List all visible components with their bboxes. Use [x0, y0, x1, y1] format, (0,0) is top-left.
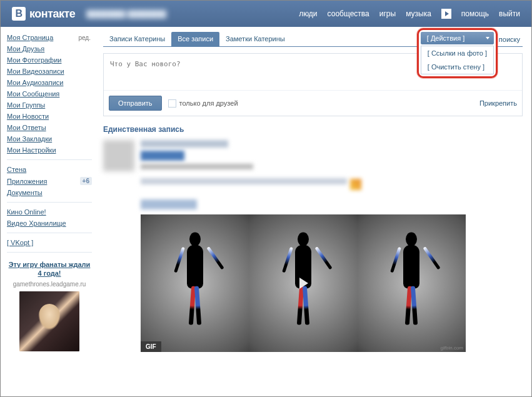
gif-attachment: GIF gifbin.com	[141, 199, 523, 352]
nav-communities[interactable]: сообщества	[328, 9, 369, 18]
header-username[interactable]: ████████ ████████	[86, 10, 166, 18]
actions-dropdown-wrap: [ Действия ] [ Ссылки на фото ] [ Очисти…	[417, 28, 498, 78]
gif-frame-2	[249, 214, 357, 352]
gif-caption	[141, 199, 197, 209]
nav-people[interactable]: люди	[299, 9, 317, 18]
sidebar-item-bookmarks[interactable]: Мои Закладки	[7, 135, 52, 143]
submit-button[interactable]: Отправить	[109, 96, 162, 111]
post-text	[141, 178, 347, 184]
post-badge	[141, 151, 184, 161]
post-author[interactable]	[141, 140, 228, 148]
friends-only-label: только для друзей	[179, 99, 238, 107]
ad-title: Эту игру фанаты ждали 4 года!	[8, 260, 91, 278]
ad-domain: gamethrones.leadgame.ru	[8, 281, 91, 288]
sidebar-item-photos[interactable]: Мои Фотографии	[7, 56, 61, 64]
sidebar-ad[interactable]: Эту игру фанаты ждали 4 года! gamethrone…	[7, 256, 92, 355]
play-overlay-icon	[294, 274, 312, 292]
dropdown-item-clear-wall[interactable]: [ Очистить стену ]	[421, 60, 493, 74]
highlight-box: [ Действия ] [ Ссылки на фото ] [ Очисти…	[417, 28, 498, 78]
play-icon[interactable]	[441, 9, 451, 19]
wall-section-title: Единственная запись	[103, 116, 523, 140]
sidebar-item-news[interactable]: Мои Новости	[7, 113, 49, 120]
sidebar-item-videostore[interactable]: Видео Хранилище	[7, 219, 66, 227]
gif-frame-3	[358, 214, 466, 352]
nav-games[interactable]: игры	[379, 9, 396, 18]
nav-help[interactable]: помощь	[461, 9, 489, 18]
sidebar-item-vkopt[interactable]: [ VKopt ]	[7, 239, 33, 246]
attach-link[interactable]: Прикрепить	[479, 99, 517, 107]
sidebar-item-documents[interactable]: Документы	[7, 189, 43, 196]
dropdown-item-photo-links[interactable]: [ Ссылки на фото ]	[421, 46, 493, 60]
tab-all-posts[interactable]: Все записи	[171, 32, 219, 46]
tab-user-posts[interactable]: Записи Катерины	[103, 32, 171, 46]
sidebar-item-wall[interactable]: Стена	[7, 166, 26, 173]
logo[interactable]: В контакте	[12, 7, 75, 21]
wall-tabs: Записи Катерины Все записи Заметки Катер…	[103, 32, 523, 47]
header-nav: люди сообщества игры музыка помощь выйти	[299, 9, 520, 19]
nav-logout[interactable]: выйти	[499, 9, 520, 18]
gif-frame-1	[141, 214, 249, 352]
friends-only-checkbox[interactable]: только для друзей	[168, 99, 238, 108]
sidebar-item-messages[interactable]: Мои Сообщения	[7, 90, 59, 98]
to-search-link[interactable]: к поиску	[494, 36, 523, 43]
main-content: Записи Катерины Все записи Заметки Катер…	[94, 27, 531, 396]
sidebar-item-audio[interactable]: Мои Аудиозаписи	[7, 79, 63, 86]
gif-player[interactable]: GIF gifbin.com	[141, 214, 466, 352]
sidebar-item-groups[interactable]: Мои Группы	[7, 101, 45, 109]
sidebar-item-videos[interactable]: Мои Видеозаписи	[7, 68, 64, 75]
sidebar-item-settings[interactable]: Мои Настройки	[7, 146, 56, 154]
ad-image	[19, 291, 79, 351]
post-actions: Отправить только для друзей Прикрепить	[104, 90, 522, 116]
checkbox-icon	[168, 99, 176, 108]
logo-text: контакте	[29, 8, 75, 21]
logo-icon: В	[12, 7, 26, 21]
post-meta	[141, 164, 253, 169]
left-sidebar: Моя Страницаред. Мои Друзья Мои Фотограф…	[1, 27, 94, 396]
apps-badge: +6	[80, 177, 92, 185]
post-body	[141, 140, 523, 193]
actions-dropdown-button[interactable]: [ Действия ]	[421, 32, 494, 44]
sidebar-item-my-page[interactable]: Моя Страница	[7, 34, 53, 41]
sidebar-item-friends[interactable]: Мои Друзья	[7, 45, 44, 53]
top-header: В контакте ████████ ████████ люди сообще…	[1, 1, 531, 27]
sidebar-item-cinema[interactable]: Кино Online!	[7, 208, 46, 216]
tab-notes[interactable]: Заметки Катерины	[219, 32, 291, 46]
post-avatar[interactable]	[103, 140, 134, 171]
wall-post	[103, 140, 523, 193]
nav-music[interactable]: музыка	[406, 9, 431, 18]
sidebar-item-apps[interactable]: Приложения	[7, 178, 47, 185]
gif-source: gifbin.com	[441, 345, 463, 351]
edit-tag[interactable]: ред.	[77, 34, 92, 41]
sidebar-item-answers[interactable]: Мои Ответы	[7, 124, 46, 131]
actions-dropdown-menu: [ Ссылки на фото ] [ Очистить стену ]	[421, 46, 494, 74]
gif-badge: GIF	[141, 341, 161, 352]
post-emoji	[350, 179, 361, 190]
